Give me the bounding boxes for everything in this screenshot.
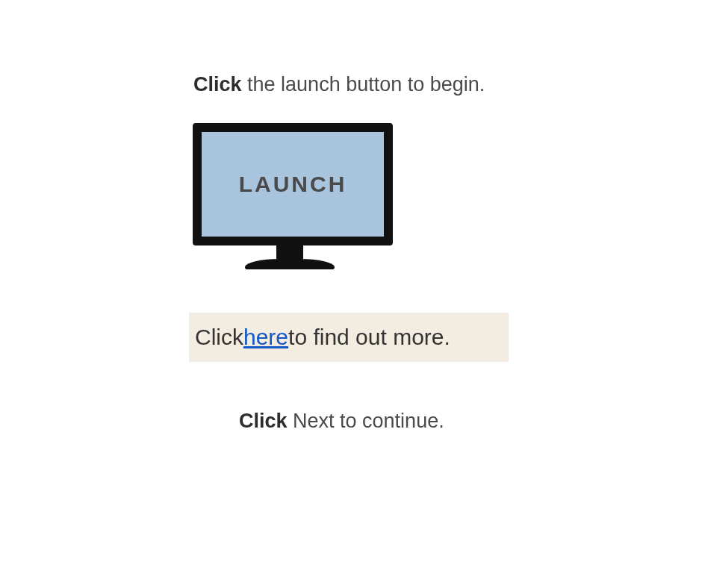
monitor-base [245,259,335,269]
launch-button[interactable]: LAUNCH [239,172,347,197]
page: Click the launch button to begin. LAUNCH… [0,0,702,588]
monitor-bezel: LAUNCH [193,123,393,245]
monitor-neck [276,245,303,259]
monitor-graphic: LAUNCH [193,123,387,269]
find-out-more-box: Click here to find out more. [189,313,509,362]
instruction-launch-rest: the launch button to begin. [242,73,485,96]
instruction-launch: Click the launch button to begin. [193,73,485,96]
instruction-launch-bold: Click [193,73,242,96]
find-out-more-link[interactable]: here [243,325,288,350]
find-out-more-pre: Click [195,325,243,350]
monitor-screen: LAUNCH [202,132,384,237]
instruction-next: Click Next to continue. [239,410,444,433]
instruction-next-bold: Click [239,410,288,432]
instruction-next-rest: Next to continue. [288,410,444,432]
find-out-more-post: to find out more. [288,325,450,350]
